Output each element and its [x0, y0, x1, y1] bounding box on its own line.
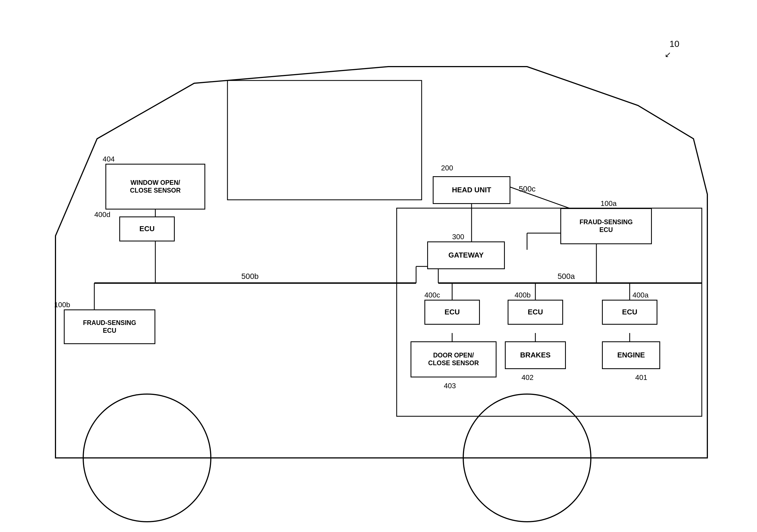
ref-10: 10	[669, 39, 679, 49]
ref-500c: 500c	[519, 185, 536, 193]
gateway-box: GATEWAY	[427, 241, 505, 269]
ref-401: 401	[635, 373, 647, 382]
ref-400a: 400a	[632, 291, 649, 299]
fraud-ecu-100b-box: FRAUD-SENSINGECU	[64, 309, 155, 344]
window-sensor-box: WINDOW OPEN/CLOSE SENSOR	[106, 164, 205, 209]
ref-500b: 500b	[241, 272, 258, 281]
ref-100a: 100a	[600, 199, 617, 208]
svg-marker-0	[55, 67, 707, 458]
engine-box: ENGINE	[602, 341, 660, 369]
ref-404: 404	[103, 155, 114, 164]
diagram-svg	[0, 0, 757, 532]
ref-402: 402	[522, 373, 533, 382]
ecu-400c-box: ECU	[424, 300, 480, 325]
ref-400d: 400d	[94, 210, 110, 219]
ref-500a: 500a	[558, 272, 575, 281]
ref-403: 403	[444, 382, 456, 390]
fraud-ecu-100a-box: FRAUD-SENSINGECU	[560, 208, 652, 244]
ref-400c: 400c	[424, 291, 440, 299]
ecu-400a-box: ECU	[602, 300, 657, 325]
svg-rect-4	[227, 80, 422, 200]
ref-10-arrow: ↙	[665, 50, 671, 59]
ecu-400d-box: ECU	[119, 216, 175, 241]
ref-200: 200	[441, 164, 453, 172]
ref-300: 300	[452, 233, 464, 241]
door-sensor-box: DOOR OPEN/CLOSE SENSOR	[410, 341, 497, 377]
ref-400b: 400b	[515, 291, 530, 299]
brakes-box: BRAKES	[505, 341, 566, 369]
head-unit-box: HEAD UNIT	[433, 176, 510, 204]
diagram-container: 10 ↙ WINDOW OPEN/CLOSE SENSOR 404 ECU 40…	[0, 0, 757, 532]
svg-line-24	[499, 183, 577, 211]
ref-100b: 100b	[54, 300, 70, 309]
ecu-400b-box: ECU	[508, 300, 563, 325]
